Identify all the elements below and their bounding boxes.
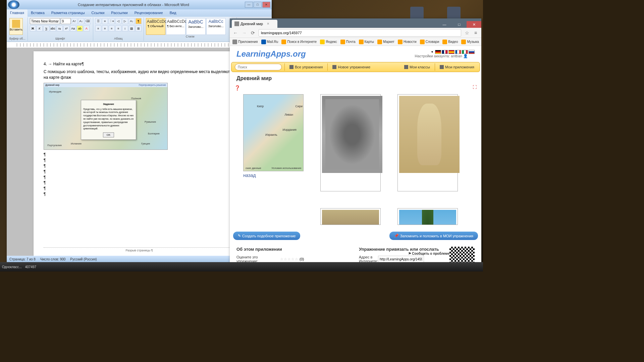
flag-it-icon[interactable] bbox=[462, 50, 468, 54]
site-logo[interactable]: LearningApps.org bbox=[236, 49, 306, 59]
gallery-item-statue[interactable] bbox=[397, 94, 458, 191]
minimize-button[interactable]: — bbox=[437, 21, 452, 28]
maximize-button[interactable]: □ bbox=[452, 21, 467, 28]
tab-insert[interactable]: Вставка bbox=[28, 9, 48, 17]
strike-button[interactable]: abc bbox=[50, 25, 56, 32]
menu-icon[interactable]: ≡ bbox=[473, 30, 479, 36]
clear-format-button[interactable]: ⌫ bbox=[85, 18, 91, 24]
sort-button[interactable]: A↓ bbox=[129, 18, 135, 24]
forward-button[interactable]: → bbox=[241, 30, 247, 36]
bullet-list-button[interactable]: ☰ bbox=[95, 18, 101, 24]
bookmark-music[interactable]: Музыка bbox=[461, 40, 479, 44]
subscript-button[interactable]: x₂ bbox=[57, 25, 63, 32]
bookmark-video[interactable]: Видео bbox=[442, 40, 458, 44]
office-button[interactable] bbox=[8, 0, 19, 9]
bold-button[interactable]: Ж bbox=[30, 25, 36, 32]
bookmark-apps[interactable]: Приложения bbox=[232, 40, 258, 44]
flag-ru-icon[interactable] bbox=[469, 50, 475, 54]
nav-new-exercise[interactable]: Новое упражнение bbox=[330, 65, 372, 69]
gallery-item-etching[interactable] bbox=[320, 94, 381, 191]
tab-mailings[interactable]: Рассылки bbox=[108, 9, 131, 17]
grow-font-button[interactable]: A↑ bbox=[71, 18, 77, 24]
style-heading2[interactable]: AaBbCcЗаголово... bbox=[206, 18, 226, 35]
align-right-button[interactable]: ≡ bbox=[109, 25, 115, 32]
number-list-button[interactable]: ≡ bbox=[102, 18, 108, 24]
tab-view[interactable]: Вид bbox=[166, 9, 180, 17]
line-spacing-button[interactable]: ↕ bbox=[122, 25, 128, 32]
word-titlebar[interactable]: Создание интерактивных приложений в обла… bbox=[7, 0, 272, 9]
bookmark-mailru[interactable]: Mail.Ru bbox=[261, 40, 278, 44]
save-to-my-button[interactable]: 📌 Запомнить и положить в МОИ упражнения bbox=[389, 232, 478, 240]
gallery-item-palm[interactable] bbox=[397, 208, 458, 225]
justify-button[interactable]: ≡ bbox=[115, 25, 121, 32]
status-page[interactable]: Страница: 7 из 8 bbox=[9, 257, 36, 261]
minimize-button[interactable]: — bbox=[245, 2, 253, 8]
highlight-button[interactable]: ab bbox=[77, 25, 83, 32]
report-link[interactable]: ⚑ Сообщить о проблеме bbox=[408, 252, 450, 255]
nav-my-apps[interactable]: Мои приложения bbox=[438, 65, 476, 69]
nav-all-exercises[interactable]: Все упражнения bbox=[287, 65, 325, 69]
font-size-select[interactable] bbox=[61, 18, 71, 24]
document-page[interactable]: 4. → Найти на карте¶ С помощью этого шаб… bbox=[34, 51, 245, 256]
flag-de-icon[interactable] bbox=[435, 50, 441, 54]
tab-home[interactable]: Главная bbox=[7, 9, 28, 17]
tab-review[interactable]: Рецензирование bbox=[131, 9, 166, 17]
url-input[interactable] bbox=[259, 29, 461, 37]
font-color-button[interactable]: A bbox=[84, 25, 90, 32]
close-button[interactable]: ✕ bbox=[467, 21, 481, 28]
browser-tab[interactable]: Древний мир × bbox=[232, 20, 277, 28]
show-marks-button[interactable]: ¶ bbox=[136, 18, 142, 24]
indent-inc-button[interactable]: ▷ bbox=[122, 18, 128, 24]
gallery-item-landscape[interactable] bbox=[320, 208, 381, 225]
star-icon[interactable]: ☆ bbox=[464, 30, 470, 36]
create-similar-button[interactable]: ✎ Создать подобное приложение bbox=[233, 232, 300, 240]
italic-button[interactable]: К bbox=[37, 25, 43, 32]
tab-layout[interactable]: Разметка страницы bbox=[48, 9, 88, 17]
map-thumbnail[interactable]: Кипр Сири Ливан Иордания Израиль ские да… bbox=[243, 94, 304, 171]
fullscreen-icon[interactable]: ⛶ bbox=[473, 85, 477, 89]
paste-button[interactable]: Вставить bbox=[9, 18, 23, 35]
bookmark-maps[interactable]: Карты bbox=[359, 40, 374, 44]
case-button[interactable]: Aa bbox=[70, 25, 76, 32]
nav-my-classes[interactable]: Мои классы bbox=[402, 65, 432, 69]
bookmark-mail[interactable]: Почта bbox=[340, 40, 356, 44]
bookmark-market[interactable]: Маркет bbox=[377, 40, 394, 44]
indent-dec-button[interactable]: ◁ bbox=[115, 18, 121, 24]
back-link[interactable]: назад bbox=[243, 171, 304, 179]
status-language[interactable]: Русский (Россия) bbox=[70, 257, 97, 261]
taskbar-app[interactable]: Однокласс... bbox=[2, 265, 22, 269]
shrink-font-button[interactable]: A↓ bbox=[78, 18, 84, 24]
search-input[interactable] bbox=[235, 64, 282, 70]
bookmark-news[interactable]: Новости bbox=[398, 40, 417, 44]
style-heading1[interactable]: AaBbCЗаголово... bbox=[186, 18, 206, 35]
bookmark-dict[interactable]: Словари bbox=[420, 40, 439, 44]
taskbar-app[interactable]: 407497 bbox=[25, 265, 36, 269]
rating-stars[interactable]: ☆☆☆☆☆ bbox=[280, 257, 299, 261]
underline-button[interactable]: Ч bbox=[43, 25, 49, 32]
multilevel-list-button[interactable]: ⋮≡ bbox=[109, 18, 115, 24]
account-link[interactable]: Настройки аккаунта: antban 👤 bbox=[415, 54, 468, 58]
font-name-select[interactable] bbox=[30, 18, 60, 24]
back-button[interactable]: ← bbox=[232, 30, 238, 36]
style-nospacing[interactable]: AaBbCcDc¶ Без инте... bbox=[166, 18, 185, 35]
maximize-button[interactable]: □ bbox=[254, 2, 262, 8]
borders-button[interactable]: ⊞ bbox=[136, 25, 142, 32]
superscript-button[interactable]: x² bbox=[63, 25, 69, 32]
align-center-button[interactable]: ≡ bbox=[102, 25, 108, 32]
style-normal[interactable]: AaBbCcDc¶ Обычный bbox=[146, 18, 165, 35]
bookmark-search[interactable]: Поиск в Интернете bbox=[281, 40, 317, 44]
help-icon[interactable]: ❓ bbox=[234, 85, 240, 90]
close-button[interactable]: ✕ bbox=[262, 2, 270, 8]
reload-button[interactable]: ⟳ bbox=[250, 30, 256, 36]
flag-es-icon[interactable] bbox=[448, 50, 454, 54]
tab-close-icon[interactable]: × bbox=[267, 21, 269, 26]
task-ok-button[interactable]: OK bbox=[103, 132, 114, 137]
url-field[interactable] bbox=[378, 256, 424, 262]
status-words[interactable]: Число слов: 900 bbox=[40, 257, 66, 261]
taskbar[interactable]: Однокласс... 407497 bbox=[0, 262, 483, 272]
align-left-button[interactable]: ≡ bbox=[95, 25, 101, 32]
flag-en-icon[interactable] bbox=[442, 50, 448, 54]
flag-fr-icon[interactable] bbox=[455, 50, 461, 54]
shading-button[interactable]: ▨ bbox=[129, 25, 135, 32]
tab-references[interactable]: Ссылки bbox=[88, 9, 108, 17]
